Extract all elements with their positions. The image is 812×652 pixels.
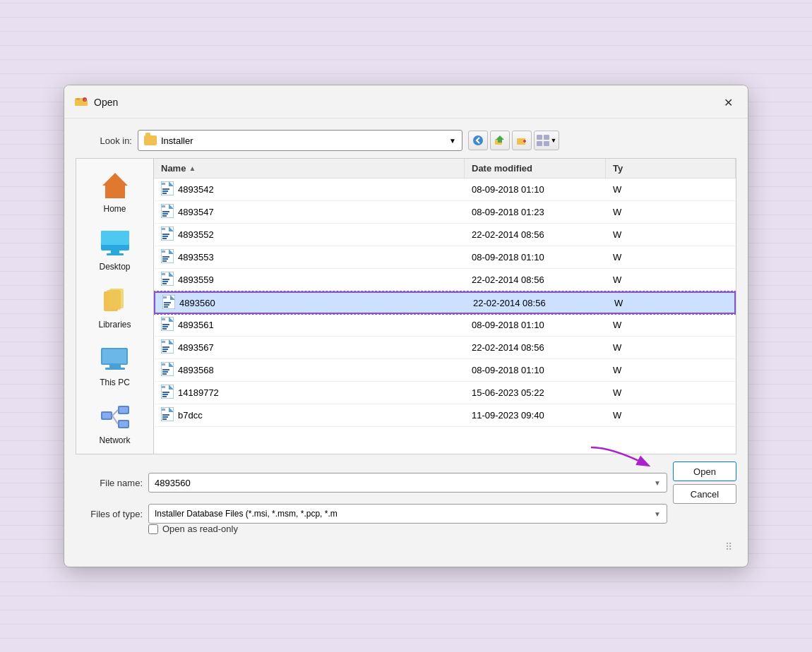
svg-rect-38 (162, 183, 165, 185)
svg-rect-54 (162, 258, 168, 260)
svg-rect-15 (101, 231, 129, 245)
look-in-dropdown[interactable]: Installer ▼ (138, 130, 462, 151)
svg-rect-50 (162, 228, 165, 230)
sidebar-item-libraries[interactable]: Libraries (83, 280, 147, 335)
file-name-cell: 14189772 (178, 387, 219, 398)
view-dropdown-arrow: ▼ (551, 137, 557, 144)
sidebar-item-thispc[interactable]: This PC (83, 338, 147, 393)
file-name-label: File name: (76, 478, 143, 488)
col-header-name[interactable]: Name ▲ (154, 159, 465, 178)
svg-rect-9 (544, 135, 549, 140)
sidebar-item-desktop-label: Desktop (99, 262, 130, 272)
file-date-cell: 22-02-2014 08:56 (465, 342, 606, 353)
file-icon (161, 407, 174, 423)
svg-rect-60 (162, 281, 168, 282)
svg-line-31 (112, 410, 118, 416)
file-type-label: Files of type: (76, 509, 143, 519)
table-row[interactable]: 489356022-02-2014 08:56W (154, 291, 736, 314)
back-button[interactable] (468, 131, 488, 150)
file-list-body: 489354208-09-2018 01:10W 489354708-09-20… (154, 179, 736, 454)
file-icon (161, 227, 174, 243)
file-date-cell: 15-06-2023 05:22 (465, 387, 606, 398)
readonly-checkbox[interactable] (148, 524, 158, 534)
close-button[interactable]: ✕ (718, 92, 738, 112)
file-icon (161, 362, 174, 378)
file-type-cell: W (606, 410, 736, 421)
col-header-date[interactable]: Date modified (465, 159, 606, 178)
table-row[interactable]: 1418977215-06-2023 05:22W (154, 382, 736, 404)
dialog-body: Look in: Installer ▼ (64, 119, 748, 567)
home-icon (100, 170, 131, 201)
svg-rect-30 (119, 421, 128, 427)
file-name-input-wrap: 4893560 ▼ (148, 473, 667, 493)
main-area: Home Desktop (76, 158, 736, 454)
file-name-cell: 4893559 (178, 274, 214, 285)
cancel-button[interactable]: Cancel (673, 484, 736, 504)
table-row[interactable]: 489355222-02-2014 08:56W (154, 224, 736, 246)
svg-rect-10 (537, 141, 542, 146)
svg-rect-65 (164, 302, 171, 303)
svg-rect-37 (162, 193, 167, 194)
file-name-cell: 4893568 (178, 365, 214, 375)
table-row[interactable]: 489355922-02-2014 08:56W (154, 269, 736, 291)
view-icon (537, 135, 551, 146)
svg-rect-11 (544, 141, 549, 146)
svg-rect-67 (164, 306, 168, 308)
file-type-cell: W (606, 320, 736, 330)
svg-rect-91 (162, 396, 167, 397)
svg-text:✓: ✓ (84, 98, 86, 102)
open-button[interactable]: Open (673, 461, 736, 481)
file-date-cell: 22-02-2014 08:56 (466, 298, 607, 308)
file-name-cell: 4893553 (178, 252, 214, 262)
title-bar: ✓ Open ✕ (64, 85, 748, 119)
svg-rect-2 (76, 98, 80, 100)
table-row[interactable]: 489354708-09-2018 01:23W (154, 201, 736, 224)
sidebar-item-desktop[interactable]: Desktop (83, 222, 147, 277)
file-name-cell: 4893560 (179, 298, 215, 308)
sort-arrow-icon: ▲ (189, 164, 196, 172)
table-row[interactable]: 489356808-09-2018 01:10W (154, 359, 736, 382)
table-row[interactable]: 489356722-02-2014 08:56W (154, 337, 736, 359)
file-type-row: Files of type: Installer Database Files … (76, 504, 736, 524)
readonly-label[interactable]: Open as read-only (162, 524, 238, 534)
file-type-value: Installer Database Files (*.msi, *.msm, … (155, 509, 338, 519)
table-row[interactable]: 489356108-09-2018 01:10W (154, 314, 736, 337)
file-type-cell: W (607, 298, 734, 308)
table-row[interactable]: b7dcc11-09-2023 09:40W (154, 404, 736, 427)
file-type-dropdown[interactable]: Installer Database Files (*.msi, *.msm, … (148, 504, 667, 524)
file-icon (162, 295, 175, 311)
file-icon (161, 204, 174, 220)
file-date-cell: 11-09-2023 09:40 (465, 410, 606, 421)
new-folder-button[interactable] (512, 131, 532, 150)
sidebar-item-network[interactable]: Network (83, 396, 147, 451)
up-button[interactable] (490, 131, 510, 150)
svg-rect-98 (162, 409, 165, 411)
file-type-cell: W (606, 387, 736, 398)
file-type-input-wrap: Installer Database Files (*.msi, *.msm, … (148, 504, 667, 524)
sidebar-item-home[interactable]: Home (83, 164, 147, 219)
svg-rect-24 (105, 368, 125, 370)
svg-rect-36 (162, 191, 168, 192)
svg-point-5 (473, 135, 483, 145)
view-button[interactable]: ▼ (534, 131, 559, 150)
svg-rect-26 (102, 413, 111, 418)
file-type-cell: W (606, 229, 736, 240)
table-row[interactable]: 489355308-09-2018 01:10W (154, 246, 736, 269)
open-dialog: ✓ Open ✕ Look in: Installer ▼ (64, 85, 748, 567)
svg-rect-74 (162, 318, 165, 320)
file-type-cell: W (606, 252, 736, 262)
sidebar-item-thispc-label: This PC (100, 378, 130, 387)
network-icon (100, 402, 131, 433)
col-header-type[interactable]: Ty (606, 159, 736, 178)
svg-rect-55 (162, 260, 167, 262)
file-type-cell: W (606, 342, 736, 353)
svg-rect-68 (163, 296, 167, 298)
file-name-input[interactable]: 4893560 ▼ (148, 473, 667, 493)
svg-rect-90 (162, 394, 168, 395)
current-folder: Installer (161, 135, 193, 146)
svg-rect-66 (164, 304, 169, 306)
svg-rect-42 (162, 213, 168, 215)
table-row[interactable]: 489354208-09-2018 01:10W (154, 179, 736, 201)
resize-handle[interactable]: ⠿ (76, 541, 736, 555)
look-in-label: Look in: (76, 135, 132, 146)
